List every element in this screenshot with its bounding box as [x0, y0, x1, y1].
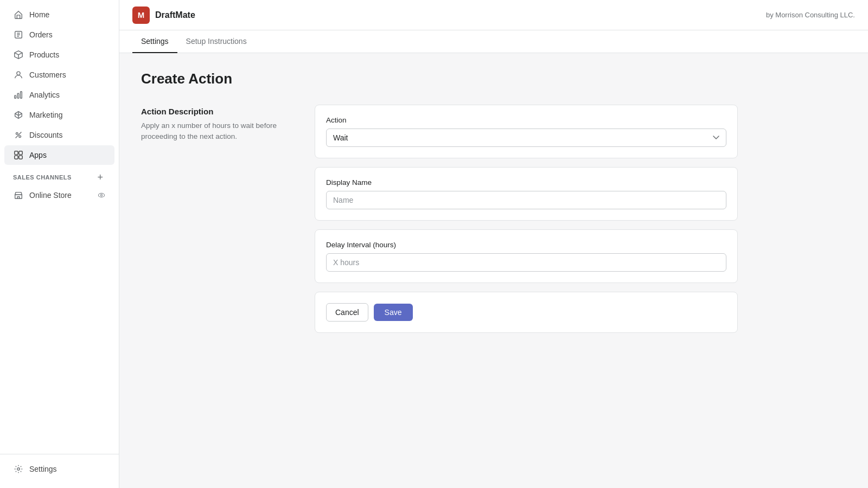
app-header-left: M DraftMate: [132, 7, 195, 24]
sidebar: Home Orders Products: [0, 0, 119, 488]
svg-point-6: [19, 136, 21, 138]
sidebar-item-products[interactable]: Products: [4, 45, 114, 65]
app-title: DraftMate: [155, 10, 195, 20]
btn-row: Cancel Save: [326, 303, 726, 322]
tabs-bar: Settings Setup Instructions: [119, 30, 868, 53]
sidebar-item-home-label: Home: [29, 10, 49, 19]
settings-icon: [13, 464, 24, 474]
sidebar-item-apps-label: Apps: [29, 151, 47, 159]
sidebar-item-orders-label: Orders: [29, 30, 53, 39]
svg-point-12: [98, 193, 104, 197]
form-layout: Action Description Apply an x number of …: [141, 105, 738, 333]
svg-point-14: [17, 468, 20, 471]
buttons-card: Cancel Save: [315, 292, 738, 333]
app-logo: M: [132, 7, 150, 24]
delay-interval-card: Delay Interval (hours): [315, 229, 738, 283]
sidebar-item-home[interactable]: Home: [4, 5, 114, 24]
form-cards: Action Wait Send Email Add Tag Remove Ta…: [315, 105, 738, 333]
sidebar-item-products-label: Products: [29, 50, 59, 59]
sidebar-item-settings-label: Settings: [29, 465, 57, 473]
discounts-icon: [13, 130, 24, 140]
sidebar-item-marketing[interactable]: Marketing: [4, 105, 114, 125]
orders-icon: [13, 29, 24, 40]
svg-rect-9: [15, 156, 18, 159]
sidebar-item-marketing-label: Marketing: [29, 111, 62, 119]
svg-rect-7: [15, 151, 18, 155]
sidebar-bottom: Settings: [0, 454, 119, 488]
save-button[interactable]: Save: [374, 304, 413, 321]
sidebar-item-discounts-label: Discounts: [29, 131, 62, 139]
add-sales-channel-button[interactable]: +: [95, 172, 106, 183]
sidebar-item-orders[interactable]: Orders: [4, 25, 114, 44]
content-area: Create Action Action Description Apply a…: [119, 53, 868, 488]
products-icon: [13, 49, 24, 60]
app-by-label: by Morrison Consulting LLC.: [766, 11, 855, 19]
sidebar-item-customers[interactable]: Customers: [4, 65, 114, 85]
sales-channels-section-header: SALES CHANNELS +: [4, 165, 114, 185]
svg-rect-10: [19, 156, 22, 159]
sidebar-item-analytics-label: Analytics: [29, 91, 60, 99]
online-store-eye-icon[interactable]: [97, 191, 106, 200]
svg-rect-3: [17, 93, 19, 98]
sidebar-item-apps[interactable]: Apps: [4, 145, 114, 165]
sidebar-item-analytics[interactable]: Analytics: [4, 85, 114, 105]
sidebar-item-settings[interactable]: Settings: [4, 459, 114, 479]
delay-interval-field-label: Delay Interval (hours): [326, 241, 726, 249]
tab-setup-instructions[interactable]: Setup Instructions: [177, 30, 256, 53]
action-card: Action Wait Send Email Add Tag Remove Ta…: [315, 105, 738, 158]
marketing-icon: [13, 110, 24, 120]
sidebar-item-online-store[interactable]: Online Store: [4, 185, 114, 205]
action-select[interactable]: Wait Send Email Add Tag Remove Tag: [326, 129, 726, 147]
cancel-button[interactable]: Cancel: [326, 303, 368, 322]
app-header: M DraftMate by Morrison Consulting LLC.: [119, 0, 868, 30]
sales-channels-label: SALES CHANNELS: [13, 174, 72, 181]
apps-icon: [13, 150, 24, 160]
tab-settings[interactable]: Settings: [132, 30, 177, 53]
sidebar-item-customers-label: Customers: [29, 70, 66, 79]
delay-interval-input[interactable]: [326, 253, 726, 272]
main-area: M DraftMate by Morrison Consulting LLC. …: [119, 0, 868, 488]
sidebar-item-online-store-label: Online Store: [29, 191, 72, 200]
form-description-text: Apply an x number of hours to wait befor…: [141, 120, 293, 143]
display-name-card: Display Name: [315, 167, 738, 221]
display-name-input[interactable]: [326, 191, 726, 209]
form-description-heading: Action Description: [141, 107, 293, 116]
svg-point-1: [17, 72, 20, 75]
svg-point-5: [16, 133, 18, 135]
svg-point-13: [100, 194, 102, 196]
page-title: Create Action: [141, 70, 846, 87]
svg-rect-2: [15, 95, 16, 98]
display-name-field-label: Display Name: [326, 178, 726, 187]
home-icon: [13, 9, 24, 20]
sidebar-item-discounts[interactable]: Discounts: [4, 125, 114, 145]
analytics-icon: [13, 89, 24, 100]
form-description: Action Description Apply an x number of …: [141, 105, 293, 333]
action-field-label: Action: [326, 116, 726, 124]
svg-rect-8: [19, 151, 22, 155]
customers-icon: [13, 69, 24, 80]
sidebar-nav: Home Orders Products: [0, 0, 119, 454]
svg-rect-4: [21, 92, 22, 99]
store-icon: [13, 190, 24, 201]
